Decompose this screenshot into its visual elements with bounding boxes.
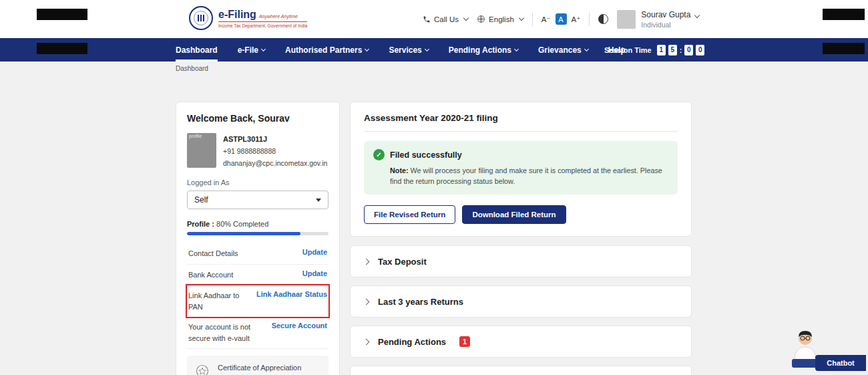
redacted-bar-nav-right	[823, 43, 865, 54]
award-rosette-icon	[194, 364, 211, 375]
logo-text: e-Filing Anywhere Anytime Income Tax Dep…	[218, 9, 307, 28]
certificate-title: Certificate of Appreciation	[218, 362, 301, 374]
note-label: Note:	[390, 166, 409, 174]
session-digit: 5	[668, 45, 677, 55]
divider	[589, 13, 590, 26]
download-filed-return-button[interactable]: Download Filed Return	[462, 205, 566, 224]
nav-pending-actions[interactable]: Pending Actions	[449, 38, 518, 61]
logo-tagline: Anywhere Anytime	[259, 14, 298, 19]
language-menu[interactable]: English	[477, 15, 523, 23]
chevron-down-icon	[584, 46, 589, 51]
row-label: Contact Details	[188, 248, 238, 259]
accordion-pending-actions[interactable]: Pending Actions 1	[350, 326, 692, 358]
update-bank-link[interactable]: Update	[302, 269, 327, 277]
pan-number: ASTPL3011J	[223, 133, 327, 146]
assessment-filing-card: Assessment Year 2020-21 filing Filed suc…	[350, 102, 692, 237]
chatbot-button[interactable]: Chatbot	[815, 355, 866, 371]
accordion-recent-forms-filed[interactable]: Recent Forms Filed	[350, 366, 692, 375]
session-digit: 0	[696, 45, 704, 55]
session-digit: 0	[684, 45, 693, 55]
profile-progress-fill	[187, 232, 300, 235]
redacted-bar-top-left	[37, 9, 87, 20]
chevron-down-icon	[261, 46, 266, 51]
chevron-down-icon	[519, 15, 524, 21]
profile-card: Welcome Back, Sourav profile ASTPL3011J …	[176, 102, 340, 375]
redacted-bar-top-right	[823, 9, 865, 20]
font-size-controls: A⁻ A A⁺	[541, 13, 581, 25]
file-revised-return-button[interactable]: File Revised Return	[364, 205, 455, 224]
filed-success-banner: Filed successfully Note: We will process…	[364, 141, 678, 195]
logged-in-as-label: Logged in As	[187, 178, 329, 186]
header-actions: Call Us English A⁻ A A⁺ Sourav Gupta	[423, 0, 699, 38]
user-avatar	[617, 10, 636, 29]
chevron-down-icon	[514, 46, 519, 51]
nav-grievances[interactable]: Grievances	[538, 38, 588, 61]
row-label: Bank Account	[188, 269, 233, 281]
link-aadhaar-status-link[interactable]: Link Aadhaar Status	[256, 290, 327, 298]
font-normal-button[interactable]: A	[556, 13, 567, 25]
call-us-menu[interactable]: Call Us	[423, 15, 468, 23]
efiling-dashboard-page: e-Filing Anywhere Anytime Income Tax Dep…	[0, 0, 868, 375]
welcome-heading: Welcome Back, Sourav	[187, 113, 329, 124]
efiling-logo[interactable]: e-Filing Anywhere Anytime Income Tax Dep…	[189, 6, 307, 30]
chatbot-widget: Chatbot	[786, 327, 866, 371]
profile-photo-placeholder: profile	[187, 133, 216, 168]
nav-dashboard[interactable]: Dashboard	[176, 38, 218, 61]
user-menu[interactable]: Sourav Gupta Individual	[617, 10, 698, 29]
caret-down-icon	[316, 199, 321, 202]
top-header: e-Filing Anywhere Anytime Income Tax Dep…	[0, 0, 868, 38]
divider	[532, 13, 533, 26]
chevron-down-icon	[463, 15, 469, 21]
chevron-down-icon	[365, 46, 369, 51]
logo-dept-line: Income Tax Department, Government of Ind…	[218, 21, 307, 28]
filed-status-title: Filed successfully	[390, 150, 462, 160]
filing-note: Note: We will process your filing and ma…	[373, 165, 668, 186]
profile-summary: profile ASTPL3011J +91 9888888888 dhanan…	[187, 133, 329, 169]
session-colon: :	[680, 46, 682, 54]
phone-icon	[423, 15, 431, 23]
accordion-tax-deposit[interactable]: Tax Deposit	[350, 245, 692, 277]
note-text: We will process your filing and make sur…	[390, 166, 662, 185]
logo-brand: e-Filing	[218, 9, 256, 21]
email-address: dhananjay@cpc.incometax.gov.in	[223, 158, 327, 170]
link-aadhaar-row: Link Aadhaar to PAN Link Aadhaar Status	[187, 285, 329, 317]
breadcrumb[interactable]: Dashboard	[176, 65, 208, 72]
nav-efile[interactable]: e-File	[238, 38, 265, 61]
session-timer-label: Session Time	[604, 46, 652, 54]
chevron-down-icon	[425, 46, 429, 51]
filing-card-title: Assessment Year 2020-21 filing	[364, 113, 678, 132]
font-decrease-button[interactable]: A⁻	[541, 15, 551, 24]
income-tax-emblem-icon	[189, 6, 213, 30]
selected-role: Self	[194, 195, 208, 205]
main-navigation: Dashboard e-File Authorised Partners Ser…	[0, 38, 868, 61]
contact-details-row: Contact Details Update	[187, 243, 329, 265]
chevron-right-icon	[363, 258, 370, 265]
chevron-right-icon	[363, 338, 370, 345]
update-contact-link[interactable]: Update	[302, 248, 327, 256]
redacted-bar-nav-left	[37, 43, 87, 54]
profile-progress-bar	[187, 232, 329, 235]
link-aadhaar-highlight-annotation: Link Aadhaar to PAN Link Aadhaar Status	[187, 285, 329, 317]
nav-services[interactable]: Services	[389, 38, 428, 61]
nav-authorised-partners[interactable]: Authorised Partners	[285, 38, 369, 61]
success-check-icon	[373, 149, 385, 160]
user-name: Sourav Gupta	[641, 10, 698, 19]
bank-account-row: Bank Account Update	[187, 265, 329, 286]
profile-completion-label: Profile : 80% Completed	[187, 220, 329, 228]
globe-icon	[477, 15, 485, 23]
certificate-section: Certificate of Appreciation View Certifi…	[187, 356, 329, 375]
row-label: Your account is not secure with e-vault	[188, 322, 265, 344]
logged-in-as-select[interactable]: Self	[187, 191, 329, 209]
session-timer: Session Time 1 5 : 0 0	[604, 38, 704, 61]
filing-actions: File Revised Return Download Filed Retur…	[364, 205, 678, 224]
accordion-last-3-years-returns[interactable]: Last 3 years Returns	[350, 285, 692, 318]
secure-account-link[interactable]: Secure Account	[272, 322, 327, 330]
contrast-toggle-icon[interactable]	[598, 14, 608, 24]
user-role: Individual	[641, 21, 698, 29]
chevron-right-icon	[363, 298, 370, 305]
phone-number: +91 9888888888	[223, 146, 327, 158]
chevron-down-icon	[694, 12, 699, 17]
evault-row: Your account is not secure with e-vault …	[187, 317, 329, 349]
call-us-label: Call Us	[434, 15, 459, 23]
font-increase-button[interactable]: A⁺	[572, 15, 581, 24]
